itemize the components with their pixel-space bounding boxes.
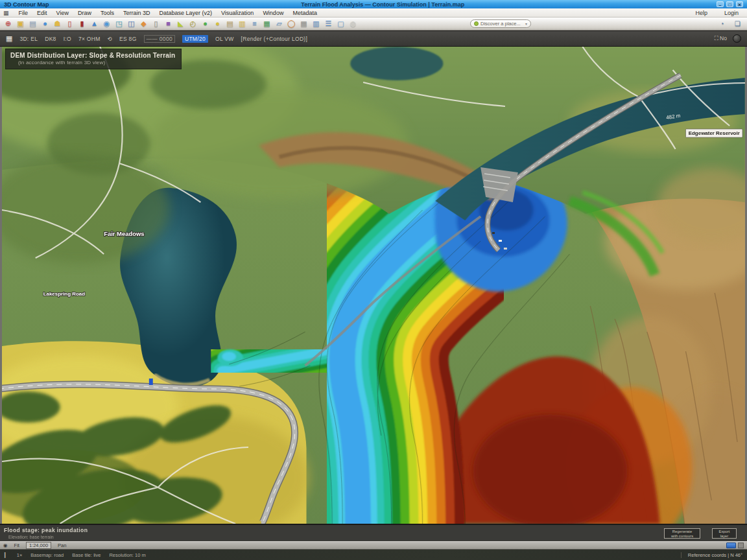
window-title: Terrain Flood Analysis — Contour Simulat…	[49, 1, 717, 8]
status-item: 1×	[17, 552, 23, 558]
app-icon: ▦	[3, 10, 9, 16]
save-view-icon[interactable]: ▦	[6, 34, 12, 43]
sun-icon[interactable]: ●	[212, 19, 223, 29]
menu-item[interactable]: Draw	[73, 10, 96, 16]
status-item: ▎	[5, 552, 8, 558]
quick-bar: ◉Fit1:24,000Pan	[0, 541, 747, 550]
view-ribbon: ▦ 3D: ELDK8I:O7× OHM⟲ES 8G—— 0000UTM/20O…	[0, 30, 747, 47]
ribbon-token[interactable]: —— 0000	[144, 35, 175, 43]
menu-item[interactable]: Visualization	[217, 10, 258, 16]
ribbon-token[interactable]: 7× OHM	[78, 36, 101, 42]
map-viewport[interactable]: DEM Distribution Layer: Slope & Resoluti…	[0, 47, 747, 524]
ribbon-tokens: 3D: ELDK8I:O7× OHM⟲ES 8G—— 0000UTM/20OL …	[19, 35, 307, 43]
quickbar-token[interactable]: 1:24,000	[26, 542, 51, 549]
doc-icon[interactable]: ▱	[274, 19, 285, 29]
menu-item[interactable]: Database Layer (v2)	[154, 10, 217, 16]
menu-item[interactable]: Login	[720, 10, 743, 16]
trash-icon[interactable]: ▯	[150, 19, 161, 29]
overlay-title-line2: (in accordance with terrain 3D view)	[10, 60, 175, 66]
map-overlay-title: DEM Distribution Layer: Slope & Resoluti…	[5, 49, 182, 69]
cone-icon[interactable]: ▲	[89, 19, 100, 29]
ribbon-token[interactable]: [Render (+Contour LOD)]	[241, 36, 308, 42]
sheet-icon[interactable]: ▥	[237, 19, 248, 29]
shape-icon[interactable]: ■	[163, 19, 174, 29]
menu-bar-right: HelpLogin	[691, 8, 743, 18]
toolbar-right-icons: ◔❏	[717, 19, 744, 29]
status-bar: ▎1×Basemap: roadBase tile: liveResolutio…	[0, 550, 747, 560]
page-icon[interactable]: ▢	[335, 19, 346, 29]
drop-icon[interactable]: ●	[200, 19, 211, 29]
folder-icon[interactable]: ▣	[15, 19, 26, 29]
open-project-icon[interactable]: ⊕	[3, 19, 14, 29]
ribbon-token[interactable]: UTM/20	[182, 35, 208, 43]
palette-icon[interactable]: ◳	[113, 19, 124, 29]
results-panel: Flood stage: peak inundation Elevation: …	[0, 524, 747, 541]
search-placeholder: Discover a place...	[480, 21, 521, 27]
report-icon[interactable]: ▯	[64, 19, 75, 29]
pond-north	[350, 47, 443, 80]
close-button[interactable]: ✕	[736, 1, 743, 7]
globe-icon[interactable]: ●	[40, 19, 51, 29]
zoom-reset-icon[interactable]: ◔	[717, 19, 728, 29]
panel-toggle-icon[interactable]: ❏	[732, 19, 743, 29]
menu-item[interactable]: Window	[258, 10, 288, 16]
road-name-label: Lakespring Road	[43, 291, 86, 297]
statusbar-tokens: ▎1×Basemap: roadBase tile: liveResolutio…	[5, 552, 146, 558]
table-icon[interactable]: ▥	[311, 19, 322, 29]
disc-icon[interactable]: ◍	[348, 19, 359, 29]
quickbar-token[interactable]: ◉	[3, 542, 8, 548]
menu-bar: ▦ FileEditViewDrawToolsTerrain 3DDatabas…	[0, 8, 747, 18]
ribbon-right: ⛶ No	[715, 34, 741, 43]
status-coords: Reference coords | N 46°	[681, 552, 742, 558]
menu-item[interactable]: Edit	[32, 10, 52, 16]
ribbon-token[interactable]: 3D: EL	[19, 36, 38, 42]
title-bar: 3D Contour Map Terrain Flood Analysis — …	[0, 0, 747, 8]
compass-orb-icon[interactable]	[733, 34, 741, 43]
export-button[interactable]: Exportlayer	[712, 528, 737, 539]
save-icon[interactable]: ▤	[27, 19, 38, 29]
ribbon-token[interactable]: ES 8G	[119, 36, 137, 42]
panel-icon[interactable]: ▤	[224, 19, 235, 29]
menu-item[interactable]: Help	[691, 10, 712, 16]
quickbar-right	[726, 542, 744, 548]
grid-chip-icon[interactable]	[738, 542, 744, 548]
meadows-label: Fair Meadows	[104, 230, 144, 237]
minimize-button[interactable]: –	[717, 1, 724, 7]
user-icon[interactable]: ☗	[52, 19, 63, 29]
chevron-down-icon[interactable]: ▾	[525, 21, 527, 26]
quickbar-token[interactable]: Pan	[58, 542, 66, 548]
ribbon-token[interactable]: DK8	[45, 36, 56, 42]
overlay-title-line1: DEM Distribution Layer: Slope & Resoluti…	[10, 51, 175, 60]
main-toolbar: ⊕▣▤●☗▯▮▲◉◳◫◆▯■◣◴●●▤▥≡▦▱◯▦▥☰▢◍ Discover a…	[0, 18, 747, 30]
menu-item[interactable]: Terrain 3D	[119, 10, 155, 16]
ribbon-token[interactable]: ⟲	[108, 36, 112, 42]
ring-icon[interactable]: ◯	[286, 19, 297, 29]
clock-icon[interactable]: ◴	[187, 19, 198, 29]
ribbon-status-label: ⛶ No	[715, 35, 727, 42]
map-icon[interactable]: ▦	[261, 19, 272, 29]
menu-item[interactable]: File	[14, 10, 33, 16]
menu-item[interactable]: Metadata	[288, 10, 322, 16]
menu-item[interactable]: Tools	[96, 10, 119, 16]
layer-chip-icon[interactable]	[726, 542, 736, 548]
toolbar-icon-strip: ⊕▣▤●☗▯▮▲◉◳◫◆▯■◣◴●●▤▥≡▦▱◯▦▥☰▢◍	[3, 19, 360, 29]
maximize-button[interactable]: □	[726, 1, 733, 7]
results-title: Flood stage: peak inundation	[4, 527, 88, 533]
stack-icon[interactable]: ≡	[249, 19, 260, 29]
svg-text:Edgewater Reservoir: Edgewater Reservoir	[689, 130, 740, 136]
marker-icon[interactable]: ▮	[77, 19, 88, 29]
terrain-icon[interactable]: ◆	[138, 19, 149, 29]
list-icon[interactable]: ☰	[323, 19, 334, 29]
wedge-icon[interactable]: ◣	[175, 19, 186, 29]
grid-icon[interactable]: ▦	[298, 19, 309, 29]
layers-icon[interactable]: ◫	[126, 19, 137, 29]
ribbon-token[interactable]: I:O	[64, 36, 71, 42]
search-input[interactable]: Discover a place... ▾	[470, 19, 531, 28]
menu-item[interactable]: View	[52, 10, 73, 16]
regenerate-button[interactable]: Regeneratewith contours	[664, 528, 700, 539]
dam-structure	[480, 167, 518, 202]
sphere-icon[interactable]: ◉	[101, 19, 112, 29]
ribbon-token[interactable]: OL VW	[215, 36, 234, 42]
quickbar-token[interactable]: Fit	[14, 542, 19, 548]
status-item: Basemap: road	[30, 552, 64, 558]
